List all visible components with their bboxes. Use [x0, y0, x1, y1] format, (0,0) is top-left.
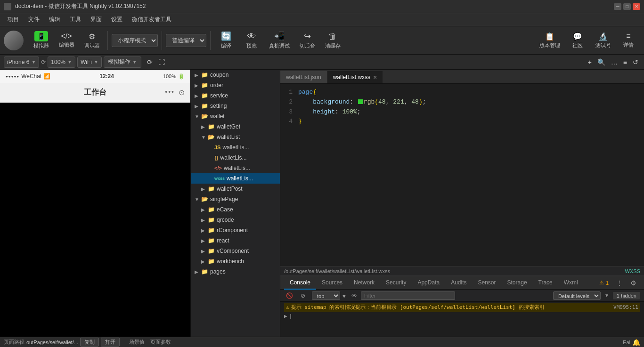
test-button[interactable]: 🔬 测试号	[591, 30, 615, 51]
tree-item-wallet[interactable]: ▼ 📂 wallet	[191, 111, 280, 121]
file-label-walletlist-json: walletLis...	[220, 154, 247, 161]
tree-item-qrcode[interactable]: ▶ 📁 qrcode	[191, 215, 280, 225]
device-select[interactable]: iPhone 6 ▼	[4, 56, 39, 68]
eye-icon[interactable]: 👁	[351, 292, 357, 299]
tab-walletlist-json[interactable]: walletList.json	[280, 71, 327, 83]
rotate-screen-icon[interactable]: ⟳	[145, 56, 155, 68]
devtools-tab-sensor[interactable]: Sensor	[473, 276, 502, 290]
clear-console-icon[interactable]: 🚫	[284, 291, 295, 300]
tree-item-setting[interactable]: ▶ 📁 setting	[191, 101, 280, 111]
menu-edit[interactable]: 编辑	[45, 15, 64, 24]
folder-icon-walletget: 📁	[208, 123, 215, 130]
menu-view[interactable]: 界面	[87, 15, 106, 24]
collapse-icon[interactable]: ≡	[621, 56, 629, 68]
more-options-icon[interactable]: …	[609, 56, 620, 68]
zoom-select[interactable]: 100% ▼	[48, 56, 75, 68]
tree-item-ecase[interactable]: ▶ 📁 eCase	[191, 204, 280, 215]
tab-walletlist-wxss[interactable]: walletList.wxss ✕	[327, 71, 383, 83]
battery-icon: 🔋	[178, 73, 185, 80]
tree-item-walletlist-wxss[interactable]: ▶ wxss walletLis...	[191, 173, 280, 184]
editor-button[interactable]: </> 编辑器	[55, 30, 78, 50]
fit-screen-icon[interactable]: ⛶	[156, 56, 167, 68]
console-filter-input[interactable]	[361, 291, 455, 300]
devtools-tab-sources[interactable]: Sources	[316, 276, 348, 290]
devtools-tab-console[interactable]: Console	[284, 276, 316, 290]
menu-project[interactable]: 项目	[4, 15, 23, 24]
tree-item-coupon[interactable]: ▶ 📁 coupon	[191, 70, 280, 80]
more-menu-icon[interactable]: •••	[165, 88, 175, 97]
simulator-button[interactable]: 📱 模拟器	[29, 29, 53, 51]
context-select[interactable]: top ▼	[311, 291, 348, 301]
tree-item-vcomponent[interactable]: ▶ 📁 vComponent	[191, 246, 280, 256]
filetree-panel: ▶ 📁 coupon ▶ 📁 order ▶ 📁 service ▶ 📁 set…	[191, 70, 280, 337]
tree-item-order[interactable]: ▶ 📁 order	[191, 80, 280, 90]
tree-item-rcomponent[interactable]: ▶ 📁 rComponent	[191, 225, 280, 235]
program-mode-select[interactable]: 小程序模式	[112, 34, 158, 47]
tree-item-walletpost[interactable]: ▶ 📁 walletPost	[191, 184, 280, 194]
tree-item-singlepage[interactable]: ▼ 📂 singlePage	[191, 194, 280, 204]
network-select[interactable]: WiFi ▼	[77, 56, 102, 68]
devtools-more-icon[interactable]: ⋮	[612, 277, 627, 289]
arrow-order: ▶	[195, 83, 201, 88]
tree-item-walletlist-wxml[interactable]: ▶ </> walletLis...	[191, 163, 280, 173]
console-cursor[interactable]: |	[289, 313, 293, 319]
tree-item-walletget[interactable]: ▶ 📁 walletGet	[191, 121, 280, 132]
tree-item-service[interactable]: ▶ 📁 service	[191, 90, 280, 101]
tree-item-pages[interactable]: ▶ 📁 pages	[191, 266, 280, 277]
devtools-tab-storage[interactable]: Storage	[502, 276, 533, 290]
menu-wechat-devtool[interactable]: 微信开发者工具	[128, 15, 175, 24]
tree-item-walletlist-json[interactable]: ▶ {} walletLis...	[191, 153, 280, 163]
tree-item-workbench[interactable]: ▶ 📁 workbench	[191, 256, 280, 266]
devtools-tab-appdata[interactable]: AppData	[412, 276, 445, 290]
console-prompt-row[interactable]: ▶ |	[284, 312, 640, 320]
simulator-topbar: 工作台 ••• ⊙	[0, 83, 190, 103]
code-line-4: 4 }	[280, 117, 644, 127]
version-manager-button[interactable]: 📋 版本管理	[536, 30, 564, 51]
titlebar-left: doctor-item - 微信开发者工具 Nightly v1.02.1907…	[4, 2, 146, 10]
open-button[interactable]: 打开	[101, 338, 120, 347]
devtools-tab-wxml[interactable]: Wxml	[558, 276, 584, 290]
folder-icon-pages: 📁	[201, 268, 208, 275]
context-dropdown[interactable]: top	[312, 291, 340, 300]
devtools-settings-icon[interactable]: ⚙	[627, 277, 640, 289]
devtools-tab-audits[interactable]: Audits	[445, 276, 472, 290]
warn-text: 提示 sitemap 的索引情况提示：当前根目录 [outPages/self/…	[291, 304, 608, 311]
compile-mode-select[interactable]: 普通编译	[166, 34, 206, 47]
devtools-tab-security[interactable]: Security	[380, 276, 412, 290]
search-file-icon[interactable]: 🔍	[595, 56, 607, 68]
compile-button[interactable]: 🔄 编译	[214, 29, 238, 51]
maximize-button[interactable]: □	[623, 3, 631, 10]
user-avatar[interactable]	[4, 31, 24, 50]
rotate-icon[interactable]: ⟳	[41, 59, 46, 65]
debugger-button[interactable]: ⚙ 调试器	[80, 30, 104, 51]
tree-item-walletlist[interactable]: ▼ 📂 walletList	[191, 132, 280, 142]
menu-file[interactable]: 文件	[24, 15, 43, 24]
tree-item-react[interactable]: ▶ 📁 react	[191, 235, 280, 246]
block-icon[interactable]: ⊘	[299, 291, 307, 300]
close-tab-wxss[interactable]: ✕	[373, 75, 377, 80]
clear-cache-button[interactable]: 🗑 清缓存	[321, 30, 344, 51]
simulate-ops-button[interactable]: 模拟操作 ▼	[104, 56, 141, 68]
close-button[interactable]: ✕	[633, 3, 640, 10]
detail-button[interactable]: ≡ 详情	[617, 30, 640, 50]
menu-settings[interactable]: 设置	[107, 15, 126, 24]
add-file-icon[interactable]: +	[586, 56, 594, 68]
refresh-tree-icon[interactable]: ↺	[631, 56, 640, 68]
code-editor[interactable]: 1 page{ 2 background: rgb(48, 221, 48); …	[280, 84, 644, 266]
camera-icon[interactable]: ⊙	[179, 88, 185, 97]
community-button[interactable]: 💬 社区	[566, 30, 589, 51]
minimize-button[interactable]: ─	[614, 3, 621, 10]
notification-icon[interactable]: 🔔	[632, 339, 640, 346]
folder-label-rcomponent: rComponent	[217, 227, 248, 234]
copy-button[interactable]: 复制	[80, 338, 99, 347]
devtools-tab-trace[interactable]: Trace	[533, 276, 558, 290]
folder-icon-qrcode: 📁	[208, 217, 215, 223]
log-levels-select[interactable]: Default levels	[553, 291, 601, 300]
preview-button[interactable]: 👁 预览	[240, 30, 263, 51]
background-button[interactable]: ↪ 切后台	[295, 29, 319, 51]
devtools-tab-network[interactable]: Network	[348, 276, 380, 290]
real-debug-button[interactable]: 📲 真机调试	[265, 29, 293, 51]
folder-label-workbench: workbench	[217, 258, 244, 265]
menu-tools[interactable]: 工具	[66, 15, 85, 24]
tree-item-walletlist-js[interactable]: ▶ JS walletLis...	[191, 142, 280, 153]
